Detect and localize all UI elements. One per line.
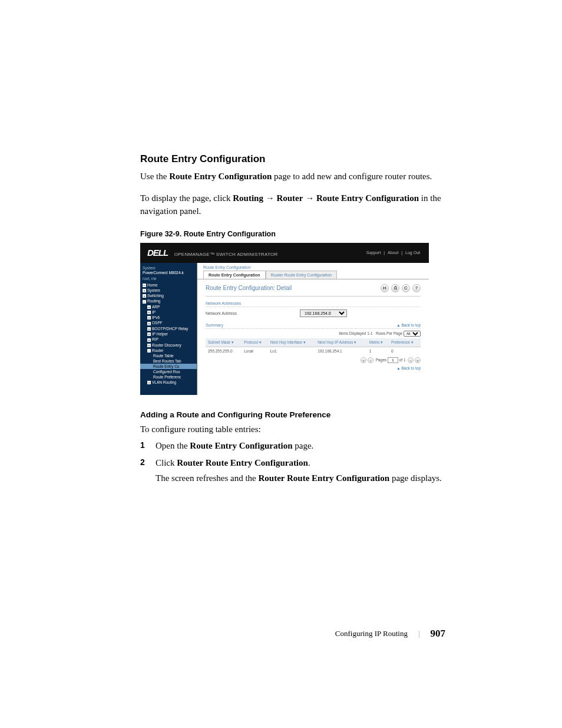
pager-prev-icon[interactable]: ‹ [368, 357, 373, 363]
nav-item[interactable]: +IP [140, 309, 197, 315]
nav-item[interactable]: +IP Helper [140, 331, 197, 337]
nav-item-label: Router Discovery [152, 343, 181, 347]
nav-item[interactable]: Configured Rou [140, 369, 197, 374]
nav-item[interactable]: −Routing [140, 298, 197, 304]
nav-sidebar[interactable]: System PowerConnect M8024-k root, r/w —H… [140, 263, 197, 395]
expand-toggle-icon[interactable]: + [147, 332, 151, 336]
page-footer: Configuring IP Routing | 907 [335, 628, 445, 640]
intro-paragraph-2: To display the page, click Routing → Rou… [140, 192, 444, 218]
page-number: 907 [431, 628, 446, 640]
nav-item-label: Switching [147, 294, 164, 298]
history-icon[interactable]: H [381, 284, 389, 292]
nav-item[interactable]: Route Table [140, 353, 197, 358]
nav-item[interactable]: Best Routes Tab [140, 358, 197, 364]
tab-router-route-entry-config[interactable]: Router Route Entry Configuration [266, 271, 338, 279]
section-label-summary: Summary [206, 323, 223, 327]
table-header-cell[interactable]: Preference ▾ [389, 338, 421, 347]
table-header-cell[interactable]: Subnet Mask ▾ [206, 338, 242, 347]
nav-item[interactable]: Route Preferenc [140, 374, 197, 380]
pager-of-text: of 1 [399, 357, 406, 361]
steps-list: Open the Route Entry Configuration page.… [140, 439, 444, 485]
step-bold: Router Route Entry Configuration [259, 473, 390, 483]
nav-item[interactable]: +VLAN Routing [140, 380, 197, 385]
nav-item-label: Router [152, 348, 164, 353]
table-cell: 1 [367, 347, 389, 355]
step-bold: Route Entry Configuration [190, 441, 292, 450]
table-header-cell[interactable]: Next Hop IP Address ▾ [315, 338, 367, 347]
network-address-select[interactable]: 192.168.254.0 [300, 309, 347, 317]
text: . [308, 458, 310, 467]
expand-toggle-icon[interactable]: + [143, 289, 146, 292]
table-header-cell[interactable]: Protocol ▾ [242, 338, 268, 347]
nav-item[interactable]: +BOOTP/DHCP Relay [140, 326, 197, 331]
table-header-cell[interactable]: Metric ▾ [367, 338, 389, 347]
expand-toggle-icon[interactable]: + [147, 316, 151, 319]
expand-toggle-icon[interactable]: + [147, 322, 151, 325]
nav-item[interactable]: +Router Discovery [140, 342, 197, 348]
nav-item-label: Configured Rou [153, 370, 180, 374]
app-title: OPENMANAGE™ SWITCH ADMINISTRATOR [174, 252, 278, 257]
arrow-icon: → [303, 193, 316, 203]
nav-item[interactable]: +IPv6 [140, 315, 197, 320]
routes-table: Subnet Mask ▾Protocol ▾Next Hop Interfac… [206, 338, 421, 355]
main-content-area: Route Entry Configuration Route Entry Co… [197, 263, 429, 395]
pager-last-icon[interactable]: » [415, 357, 421, 363]
pager-next-icon[interactable]: › [408, 357, 414, 363]
nav-item-label: RIP [152, 337, 158, 341]
rows-per-page-select[interactable]: All [404, 331, 421, 337]
nav-item[interactable]: Route Entry Co [140, 364, 197, 369]
section-heading: Route Entry Configuration [140, 153, 444, 165]
items-displayed-text: Items Displayed 1-1 [339, 331, 372, 335]
expand-toggle-icon[interactable]: − [143, 300, 146, 304]
intro-steps-text: To configure routing table entries: [140, 423, 444, 436]
about-link[interactable]: About [386, 251, 400, 255]
expand-toggle-icon[interactable]: — [143, 284, 146, 287]
help-icon[interactable]: ? [412, 284, 421, 292]
header-links: Support | About | Log Out [365, 251, 422, 255]
rows-per-page-label: Rows Per Page [376, 331, 402, 335]
nav-path-3: Route Entry Configuration [316, 193, 419, 203]
nav-item-label: Routing [147, 299, 160, 303]
back-to-top-link-bottom[interactable]: ▲ Back to top [396, 366, 421, 370]
nav-item[interactable]: +Switching [140, 293, 197, 298]
expand-toggle-icon[interactable]: + [147, 311, 151, 314]
nav-item[interactable]: +ARP [140, 304, 197, 309]
table-header-cell[interactable]: Next Hop Interface ▾ [268, 338, 315, 347]
support-link[interactable]: Support [365, 251, 383, 255]
subsection-heading: Adding a Route and Configuring Route Pre… [140, 410, 444, 419]
expand-toggle-icon[interactable]: + [147, 344, 151, 347]
text: page displays. [389, 473, 442, 483]
expand-toggle-icon[interactable]: + [143, 294, 146, 298]
pager-label: Pages [376, 357, 386, 361]
footer-separator-icon: | [418, 629, 420, 638]
back-to-top-link[interactable]: ▲ Back to top [396, 323, 421, 327]
section-label-network-addresses: Network Addresses [206, 301, 421, 307]
expand-toggle-icon[interactable]: + [147, 327, 151, 331]
text: Click [156, 458, 177, 467]
nav-item[interactable]: +OSPF [140, 320, 197, 325]
page-name-bold: Route Entry Configuration [169, 172, 272, 181]
nav-item[interactable]: −Router [140, 348, 197, 353]
pager-input[interactable] [388, 357, 398, 363]
expand-toggle-icon[interactable]: + [147, 305, 151, 309]
refresh-icon[interactable]: C [402, 284, 410, 292]
pager-first-icon[interactable]: « [361, 357, 366, 363]
nav-item-label: Route Table [153, 354, 174, 358]
expand-toggle-icon[interactable]: − [147, 349, 151, 353]
print-icon[interactable]: ⎙ [391, 284, 399, 292]
nav-item[interactable]: —Home [140, 282, 197, 288]
tab-route-entry-config[interactable]: Route Entry Configuration [203, 271, 266, 279]
expand-toggle-icon[interactable]: + [147, 338, 151, 342]
text: page to add new and configure router rou… [272, 172, 432, 181]
content-title: Route Entry Configuration: Detail [206, 285, 292, 291]
nav-item[interactable]: +System [140, 288, 197, 293]
expand-toggle-icon[interactable]: + [147, 381, 151, 384]
logout-link[interactable]: Log Out [404, 251, 422, 255]
text: Use the [140, 172, 169, 181]
tabs: Route Entry Configuration Router Route E… [197, 271, 429, 279]
nav-path-1: Routing [233, 193, 263, 203]
nav-item[interactable]: +RIP [140, 337, 197, 342]
nav-item-label: IP Helper [152, 332, 168, 336]
table-cell: 0 [389, 347, 421, 355]
app-header: DELL OPENMANAGE™ SWITCH ADMINISTRATOR Su… [140, 243, 429, 263]
